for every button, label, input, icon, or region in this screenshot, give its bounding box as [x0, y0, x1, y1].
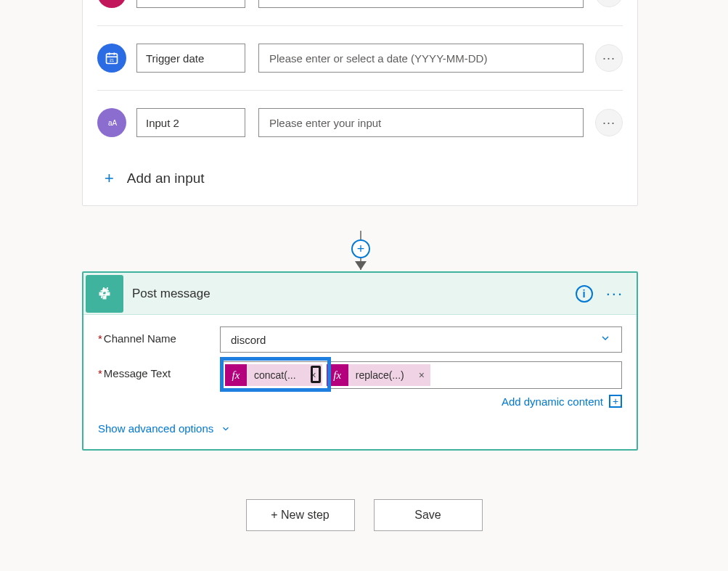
new-step-button[interactable]: + New step	[246, 499, 355, 531]
chevron-down-icon	[600, 332, 611, 347]
show-advanced-label: Show advanced options	[98, 422, 213, 435]
svg-text:aA: aA	[108, 119, 118, 127]
action-card: # Post message i ··· *Channel Name disco…	[82, 271, 638, 451]
slack-icon: #	[86, 275, 123, 313]
param-placeholder: Please enter your input	[269, 117, 381, 129]
message-text-row: *Message Text fx concat(... × fx replace…	[98, 361, 622, 389]
param-name-input[interactable]: Input 2	[136, 108, 245, 137]
channel-name-label: *Channel Name	[98, 326, 220, 345]
chevron-down-icon	[221, 424, 231, 434]
plus-box-icon: +	[609, 395, 622, 408]
param-value-input[interactable]: Please enter or select a date (YYYY-MM-D…	[258, 44, 584, 73]
trigger-param-row: ···	[97, 0, 623, 25]
param-name-value: Input 2	[146, 117, 179, 129]
info-icon[interactable]: i	[576, 285, 593, 303]
add-input-label: Add an input	[127, 171, 205, 186]
svg-text:#: #	[100, 284, 110, 302]
token-remove-button[interactable]: ×	[413, 369, 430, 381]
action-body: *Channel Name discord *Message Text fx c…	[83, 315, 637, 449]
channel-name-row: *Channel Name discord	[98, 326, 622, 353]
action-more-button[interactable]: ···	[606, 284, 623, 303]
param-name-value: Trigger date	[146, 52, 204, 65]
expression-token-replace[interactable]: fx replace(...) ×	[327, 364, 430, 386]
token-label: concat(...	[251, 369, 300, 381]
add-dynamic-content-button[interactable]: Add dynamic content +	[502, 395, 622, 408]
message-text-input[interactable]: fx concat(... × fx replace(...) ×	[220, 361, 622, 389]
trigger-card: ··· 21 Trigger date Please enter or sele…	[82, 0, 638, 206]
add-input-button[interactable]: + Add an input	[83, 155, 637, 205]
param-more-button[interactable]: ···	[595, 0, 623, 7]
param-value-input[interactable]	[258, 0, 584, 8]
param-icon	[97, 0, 126, 8]
param-name-input[interactable]: Trigger date	[136, 44, 245, 73]
trigger-param-row: aA Input 2 Please enter your input ···	[97, 90, 623, 155]
action-header[interactable]: # Post message i ···	[83, 273, 637, 315]
fx-icon: fx	[327, 364, 348, 386]
token-label: replace(...)	[353, 369, 409, 381]
flow-arrow-icon	[355, 261, 367, 270]
calendar-icon: 21	[97, 44, 126, 73]
footer-buttons: + New step Save	[0, 499, 728, 531]
save-button[interactable]: Save	[374, 499, 483, 531]
show-advanced-options-button[interactable]: Show advanced options	[98, 422, 622, 435]
param-more-button[interactable]: ···	[595, 109, 623, 136]
plus-icon: +	[105, 169, 114, 188]
channel-name-select[interactable]: discord	[220, 326, 622, 353]
trigger-param-row: 21 Trigger date Please enter or select a…	[97, 25, 623, 90]
text-icon: aA	[97, 108, 126, 137]
insert-step-button[interactable]: +	[351, 239, 370, 258]
dynamic-content-label: Add dynamic content	[502, 395, 603, 408]
param-name-input[interactable]	[136, 0, 245, 8]
param-placeholder: Please enter or select a date (YYYY-MM-D…	[269, 52, 487, 65]
fx-icon: fx	[225, 364, 247, 386]
token-remove-button[interactable]: ×	[305, 369, 322, 381]
message-text-label: *Message Text	[98, 361, 220, 379]
action-title: Post message	[132, 287, 576, 301]
svg-text:21: 21	[110, 58, 114, 62]
param-more-button[interactable]: ···	[595, 44, 623, 72]
param-value-input[interactable]: Please enter your input	[258, 108, 584, 137]
expression-token-concat[interactable]: fx concat(... ×	[225, 364, 322, 386]
channel-name-value: discord	[231, 334, 266, 346]
